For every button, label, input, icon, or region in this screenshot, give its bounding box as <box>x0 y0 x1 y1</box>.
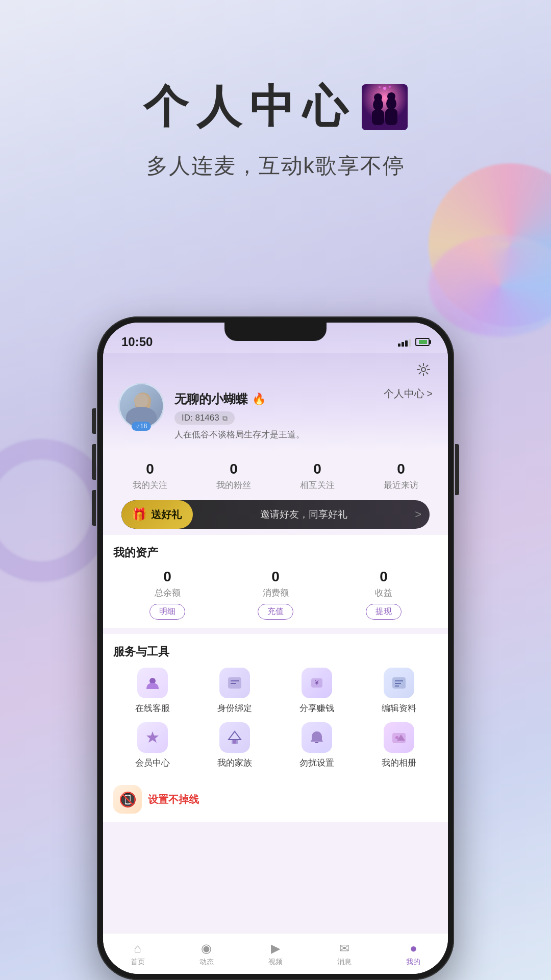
status-icons <box>398 337 430 347</box>
phone-button-vol-down <box>92 490 96 526</box>
asset-item: 0 消费额 充值 <box>258 569 293 620</box>
asset-item: 0 收益 提现 <box>366 569 402 620</box>
phone-content[interactable]: ♂18 个人中心 > 无聊的小蝴蝶 🔥 <box>103 353 448 933</box>
personal-center-link[interactable]: 个人中心 > <box>384 387 433 401</box>
username: 无聊的小蝴蝶 <box>174 391 248 407</box>
gift-icon: 🎁 <box>132 507 147 522</box>
offline-label: 设置不掉线 <box>148 793 199 806</box>
stat-item[interactable]: 0 我的关注 <box>133 461 167 491</box>
service-item-在线客服[interactable]: 在线客服 <box>113 668 191 714</box>
stats-row: 0 我的关注 0 我的粉丝 0 相互关注 0 最近来访 <box>103 451 448 496</box>
copy-icon[interactable]: ⧉ <box>222 414 228 423</box>
svg-point-10 <box>421 368 425 372</box>
svg-line-18 <box>419 373 421 374</box>
services-section: 服务与工具 在线客服 身份绑定 ¥ 分享赚钱 编辑资料 会员中心 我的家族 <box>103 634 448 777</box>
bottom-nav: ⌂ 首页 ◉ 动态 ▶ 视频 ✉ 消息 ● 我的 <box>103 933 448 974</box>
avatar-wrapper: ♂18 <box>118 383 164 429</box>
gift-arrow: > <box>415 508 421 521</box>
service-item-我的相册[interactable]: 我的相册 <box>360 722 438 769</box>
services-grid: 在线客服 身份绑定 ¥ 分享赚钱 编辑资料 会员中心 我的家族 勿扰设置 <box>113 668 438 769</box>
assets-title: 我的资产 <box>113 545 438 560</box>
page-title: 个人中心 <box>143 77 356 137</box>
page-subtitle: 多人连麦，互动k歌享不停 <box>0 152 551 180</box>
service-item-分享赚钱[interactable]: ¥ 分享赚钱 <box>278 668 356 714</box>
header-avatar-image <box>362 84 408 130</box>
stat-item[interactable]: 0 最近来访 <box>384 461 418 491</box>
svg-point-7 <box>383 87 386 90</box>
asset-btn-明细[interactable]: 明细 <box>149 604 185 620</box>
user-info: 个人中心 > 无聊的小蝴蝶 🔥 ID: 81463 ⧉ <box>174 383 433 440</box>
svg-line-16 <box>427 373 428 374</box>
svg-rect-23 <box>144 399 151 408</box>
phone-screen: 10:50 <box>103 323 448 974</box>
assets-row: 0 总余额 明细 0 消费额 充值 0 收益 提现 <box>113 569 438 620</box>
user-bio: 人在低谷不谈格局生存才是王道。 <box>174 429 433 440</box>
svg-text:¥: ¥ <box>314 679 318 687</box>
signal-icon <box>398 337 411 347</box>
gift-label: 送好礼 <box>151 508 182 522</box>
svg-rect-6 <box>385 109 397 125</box>
offline-icon-wrap: 📵 <box>113 785 142 814</box>
service-item-勿扰设置[interactable]: 勿扰设置 <box>278 722 356 769</box>
phone-button-power <box>455 444 459 495</box>
phone-mockup: 10:50 <box>97 316 454 980</box>
profile-header: ♂18 个人中心 > 无聊的小蝴蝶 🔥 <box>103 353 448 451</box>
svg-rect-37 <box>233 740 236 744</box>
service-item-我的家族[interactable]: 我的家族 <box>195 722 273 769</box>
header-avatar <box>362 84 408 130</box>
nav-item-视频[interactable]: ▶ 视频 <box>241 934 310 974</box>
svg-marker-35 <box>229 731 241 740</box>
svg-point-9 <box>379 86 381 88</box>
svg-marker-34 <box>146 731 159 743</box>
stat-item[interactable]: 0 相互关注 <box>300 461 335 491</box>
avatar-image <box>120 384 163 427</box>
phone-notch <box>224 323 327 341</box>
svg-rect-0 <box>362 84 408 130</box>
asset-btn-充值[interactable]: 充值 <box>258 604 293 620</box>
svg-point-40 <box>395 736 398 739</box>
gear-icon <box>416 362 431 377</box>
nav-item-动态[interactable]: ◉ 动态 <box>172 934 241 974</box>
phone-button-mute <box>92 408 96 434</box>
stat-item[interactable]: 0 我的粉丝 <box>216 461 251 491</box>
status-time: 10:50 <box>121 335 153 349</box>
settings-button[interactable] <box>414 360 433 379</box>
page-header: 个人中心 <box>0 77 551 180</box>
svg-point-4 <box>387 92 395 101</box>
svg-point-8 <box>389 86 391 88</box>
gift-left: 🎁 送好礼 <box>121 500 193 529</box>
battery-icon <box>415 338 430 346</box>
svg-rect-22 <box>135 399 141 408</box>
gift-description: 邀请好友，同享好礼 <box>193 508 415 521</box>
gift-banner[interactable]: 🎁 送好礼 邀请好友，同享好礼 > <box>121 500 430 529</box>
nav-item-消息[interactable]: ✉ 消息 <box>310 934 379 974</box>
svg-line-17 <box>427 365 428 367</box>
svg-line-15 <box>419 365 421 367</box>
service-item-身份绑定[interactable]: 身份绑定 <box>195 668 273 714</box>
gender-badge: ♂18 <box>132 422 151 431</box>
nav-item-我的[interactable]: ● 我的 <box>379 934 448 974</box>
asset-item: 0 总余额 明细 <box>149 569 185 620</box>
asset-btn-提现[interactable]: 提现 <box>366 604 402 620</box>
battery-fill <box>419 340 427 344</box>
user-id-badge: ID: 81463 ⧉ <box>174 411 235 425</box>
service-item-编辑资料[interactable]: 编辑资料 <box>360 668 438 714</box>
offline-section[interactable]: 📵 设置不掉线 <box>103 777 448 822</box>
phone-button-vol-up <box>92 444 96 480</box>
assets-section: 我的资产 0 总余额 明细 0 消费额 充值 0 收益 提现 <box>103 535 448 628</box>
nav-item-首页[interactable]: ⌂ 首页 <box>103 934 172 974</box>
offline-icon: 📵 <box>119 791 137 808</box>
svg-rect-5 <box>372 110 384 125</box>
service-item-会员中心[interactable]: 会员中心 <box>113 722 191 769</box>
services-title: 服务与工具 <box>113 644 438 659</box>
flame-icon: 🔥 <box>252 393 266 406</box>
svg-point-3 <box>374 93 382 102</box>
